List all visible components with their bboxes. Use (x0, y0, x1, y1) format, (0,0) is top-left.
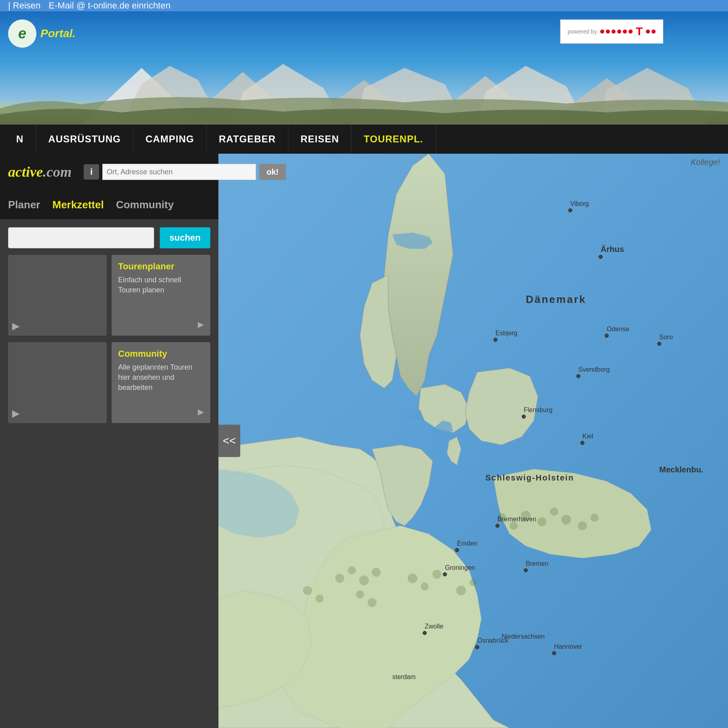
ok-button[interactable]: ok! (259, 164, 286, 180)
dot-5 (623, 30, 627, 34)
dot-8 (652, 30, 656, 34)
svg-point-32 (303, 586, 312, 595)
play-arrow-2: ▶ (12, 408, 19, 419)
svg-point-27 (359, 576, 369, 585)
logo-circle: e (8, 19, 36, 48)
kollege-label: Kollege! (691, 158, 720, 167)
svg-point-24 (590, 514, 599, 522)
tab-nav: Planer Merkzettel Community (0, 190, 218, 219)
portal-text: Portal. (40, 27, 76, 40)
svg-point-15 (456, 586, 466, 595)
dot-7 (646, 30, 650, 34)
dot-emden (455, 548, 459, 552)
dot-osnabruck (475, 645, 479, 649)
card-title-community[interactable]: Community (118, 349, 204, 359)
dot-viborg (568, 208, 572, 212)
sidebar-search-row: suchen (8, 227, 210, 248)
logo-active: active (8, 164, 43, 180)
svg-point-21 (550, 508, 558, 516)
search-area: i ok! (84, 164, 286, 180)
feature-card-left-1: ▶ (8, 255, 107, 336)
card-desc-community: Alle geplannten Touren hier ansehen und … (118, 362, 204, 393)
feature-cards-row2: ▶ Community Alle geplannten Touren hier … (8, 342, 210, 423)
telekom-dots: T (600, 25, 656, 38)
svg-point-12 (408, 574, 417, 583)
dot-odense (605, 334, 609, 338)
dot-flensburg (522, 415, 526, 419)
feature-card-right-2[interactable]: Community Alle geplannten Touren hier an… (112, 342, 210, 423)
svg-point-17 (497, 513, 506, 522)
map-area: << (218, 154, 728, 728)
dot-groningen (443, 572, 447, 576)
card-arrow-2: ▶ (198, 407, 204, 417)
svg-point-19 (521, 511, 531, 521)
dot-2 (606, 30, 610, 34)
svg-point-25 (335, 574, 344, 583)
sidebar-search-input[interactable] (8, 227, 154, 248)
card-title-tourenplaner[interactable]: Tourenplaner (118, 261, 204, 272)
logo-area: e Portal. (8, 19, 76, 48)
svg-point-20 (538, 517, 546, 526)
svg-point-30 (368, 598, 377, 607)
dot-kiel (580, 441, 584, 445)
main-content: active.com i ok! Planer Merkzettel Commu… (0, 154, 728, 728)
svg-point-14 (432, 570, 441, 579)
touractive-header: active.com i ok! (0, 154, 218, 190)
touractive-logo: active.com (8, 163, 72, 180)
svg-point-26 (348, 566, 356, 574)
map-svg (218, 154, 728, 728)
svg-point-22 (561, 515, 571, 525)
nav-item-camping[interactable]: CAMPING (133, 125, 207, 154)
dot-hannover (552, 651, 556, 655)
collapse-button[interactable]: << (218, 425, 240, 457)
top-bar: | Reisen E-Mail @ t-online.de einrichten (0, 0, 728, 11)
feature-cards-row1: ▶ Tourenplaner Einfach und schnell Toure… (8, 255, 210, 336)
info-button[interactable]: i (84, 164, 99, 180)
logo-letter: e (18, 25, 26, 42)
tab-merkzettel[interactable]: Merkzettel (53, 199, 104, 211)
header: e Portal. powered by T (0, 11, 728, 125)
sidebar: active.com i ok! Planer Merkzettel Commu… (0, 154, 218, 728)
dot-soro (657, 342, 661, 346)
svg-point-28 (372, 568, 381, 577)
powered-text: powered by (568, 28, 597, 35)
address-search-input[interactable] (102, 164, 256, 180)
sidebar-search-button[interactable]: suchen (160, 227, 210, 248)
card-arrow-1: ▶ (198, 320, 204, 329)
powered-by-section: powered by T (560, 19, 664, 44)
dot-3 (612, 30, 616, 34)
topbar-reisen[interactable]: | Reisen (8, 0, 40, 11)
dot-svendborg (576, 374, 580, 378)
nav-item-reisen[interactable]: REISEN (288, 125, 351, 154)
svg-point-29 (356, 590, 364, 599)
mountains-decoration (0, 60, 728, 125)
svg-point-13 (421, 582, 429, 590)
dot-bremen (524, 568, 528, 572)
logo-com: .com (43, 164, 72, 180)
feature-card-right-1[interactable]: Tourenplaner Einfach und schnell Touren … (112, 255, 210, 336)
svg-point-18 (510, 522, 518, 530)
svg-point-23 (578, 521, 587, 530)
dot-arhus (599, 255, 603, 259)
svg-point-16 (470, 579, 477, 586)
nav-item-ausrustung[interactable]: AUSRÜSTUNG (36, 125, 133, 154)
dot-6 (629, 30, 633, 34)
tab-community[interactable]: Community (116, 199, 174, 211)
dot-zwolle (423, 631, 427, 635)
dot-bremerhaven (495, 524, 499, 528)
topbar-email[interactable]: E-Mail @ t-online.de einrichten (49, 0, 170, 11)
dot-4 (617, 30, 621, 34)
svg-point-31 (315, 595, 324, 603)
feature-card-left-2: ▶ (8, 342, 107, 423)
nav-item-ratgeber[interactable]: RATGEBER (207, 125, 288, 154)
dot-esbjerg (493, 338, 497, 342)
nav-item-n[interactable]: N (4, 125, 36, 154)
nav-item-tourenpl[interactable]: TOURENPL. (351, 125, 436, 154)
card-desc-tourenplaner: Einfach und schnell Touren planen (118, 275, 204, 295)
nav-bar: N AUSRÜSTUNG CAMPING RATGEBER REISEN TOU… (0, 125, 728, 154)
play-arrow-1: ▶ (12, 320, 19, 332)
dot-1 (600, 30, 604, 34)
telekom-t-icon: T (636, 25, 643, 38)
sidebar-content: suchen ▶ Tourenplaner Einfach und schnel… (0, 219, 218, 728)
tab-planer[interactable]: Planer (8, 199, 40, 211)
